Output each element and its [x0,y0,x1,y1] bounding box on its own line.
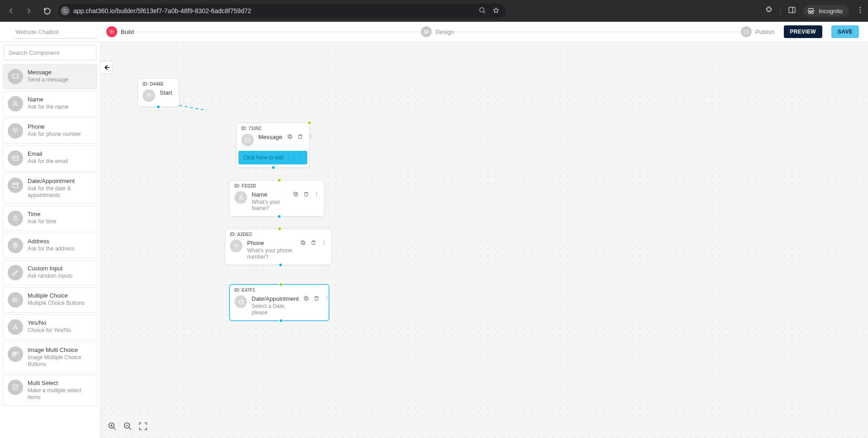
image-grid-icon [8,347,23,362]
svg-point-73 [324,241,324,241]
copy-icon[interactable] [287,134,293,140]
svg-point-3 [66,12,67,13]
save-button[interactable]: SAVE [831,25,859,38]
bookmark-star-icon[interactable] [492,7,500,15]
sidebar-item-time[interactable]: TimeAsk for time [3,206,97,231]
user-icon [8,96,23,111]
clock-icon [8,211,23,226]
sidebar-item-address[interactable]: AddressAsk for the address [3,233,97,258]
zoom-in-button[interactable] [107,421,118,432]
node-title: Start [160,89,172,96]
flow-canvas[interactable]: ID: D446E Start ID: 7105C Message Cl [100,42,868,438]
search-input[interactable] [4,45,96,60]
port-in[interactable] [307,120,312,125]
svg-point-64 [236,244,237,245]
port-out[interactable] [156,105,161,109]
port-out[interactable] [279,318,283,323]
sidebar-item-phone[interactable]: PhoneAsk for phone number [3,118,97,144]
sidebar-item-yes-no[interactable]: Yes/NoChoice for Yes/No [3,314,97,340]
delete-icon[interactable] [297,134,303,140]
kebab-icon[interactable] [321,240,327,245]
svg-point-75 [324,244,324,245]
copy-icon[interactable] [293,191,299,197]
copy-icon[interactable] [300,240,306,245]
svg-point-40 [13,299,13,300]
node-date-appointment[interactable]: ID: E47F1 Date/Appointment Select a Date… [229,284,329,321]
zoom-out-button[interactable] [122,421,133,432]
svg-rect-49 [245,138,250,141]
port-in[interactable] [277,226,282,231]
kebab-menu-icon[interactable] [856,6,864,16]
step-build[interactable]: Build [106,26,134,37]
sidebar-item-date[interactable]: Date/AppointmentAsk for the date & appoi… [3,173,97,204]
svg-point-53 [310,135,311,135]
port-out[interactable] [271,165,276,170]
project-name-field[interactable]: Website Chatbot [14,25,97,39]
node-message[interactable]: ID: 7105C Message Click here to edit ⋮⋮⋮ [236,123,310,168]
incognito-chip[interactable]: Incognito [803,5,849,17]
port-in[interactable] [279,282,283,287]
sidebar-item-message[interactable]: MessageSend a message [3,64,97,89]
svg-point-66 [234,245,235,246]
preview-button[interactable]: PREVIEW [784,25,822,38]
svg-rect-78 [305,297,308,300]
grip-icon[interactable]: ⋮⋮⋮ [286,155,303,160]
reload-icon[interactable] [40,4,54,18]
step-design[interactable]: Design [421,26,453,37]
extensions-icon[interactable] [765,6,773,16]
port-in[interactable] [277,178,281,183]
zoom-indicator-icon[interactable] [479,7,486,15]
delete-icon[interactable] [310,240,316,245]
svg-rect-79 [304,296,307,299]
node-name[interactable]: ID: FD22D Name What's your Name? [229,180,324,217]
svg-point-67 [236,245,237,246]
svg-rect-52 [299,135,302,139]
gear-icon [106,26,117,37]
svg-rect-57 [295,193,298,196]
sidebar-item-label: Multiple Choice [28,292,85,299]
port-out[interactable] [278,263,283,267]
side-panel-icon[interactable] [788,6,796,16]
svg-rect-80 [315,297,318,300]
delete-icon[interactable] [303,191,309,197]
svg-rect-50 [289,135,292,139]
kebab-icon[interactable] [324,295,330,301]
mail-icon [8,150,23,166]
node-subtitle: Select a Date, please [252,303,299,316]
back-icon[interactable] [4,4,18,18]
kebab-icon[interactable] [314,191,320,197]
pencil-icon [8,265,23,280]
sidebar-item-multiple-choice[interactable]: Multiple ChoiceMultiple Choice Buttons [3,287,97,313]
sidebar-item-multi-select[interactable]: Multi SelectMake a multiple select items [3,375,97,406]
sidebar-item-email[interactable]: EmailAsk for the email [3,145,97,171]
collapse-sidebar-button[interactable] [100,61,113,74]
site-settings-icon[interactable] [61,6,70,15]
node-start[interactable]: ID: D446E Start [138,78,179,107]
sidebar-item-subtitle: Multiple Choice Buttons [28,300,85,307]
kebab-icon[interactable] [308,134,314,140]
svg-point-0 [64,10,65,10]
port-out[interactable] [277,214,281,219]
flag-icon [143,89,155,102]
node-edit-strip[interactable]: Click here to edit ⋮⋮⋮ [238,151,307,164]
sidebar-item-subtitle: Ask for the date & appointments [28,185,92,199]
node-phone[interactable]: ID: A2DEC Phone What's your phone number… [225,229,332,265]
svg-point-14 [860,10,861,11]
copy-icon[interactable] [303,295,309,301]
svg-point-16 [111,31,113,33]
step-publish[interactable]: Publish [741,26,775,37]
fit-view-button[interactable] [138,421,148,432]
sidebar-item-subtitle: Choice for Yes/No [28,327,71,334]
svg-rect-70 [302,241,305,245]
delete-icon[interactable] [314,295,320,301]
sidebar-item-image-multi[interactable]: Image Multi ChoiceImage Multiple Choice … [3,342,97,373]
edit-strip-text: Click here to edit [243,154,283,161]
sidebar-item-label: Address [28,238,74,245]
address-bar[interactable]: app.chat360.io/builder/5f613ef7-7a0b-48f… [58,4,506,18]
svg-point-61 [316,194,317,195]
sidebar-item-custom-input[interactable]: Custom InputAsk random inputs [3,260,97,285]
svg-point-25 [13,130,14,132]
svg-point-74 [324,242,324,243]
svg-point-27 [17,130,18,132]
sidebar-item-name[interactable]: NameAsk for the name [3,91,97,116]
